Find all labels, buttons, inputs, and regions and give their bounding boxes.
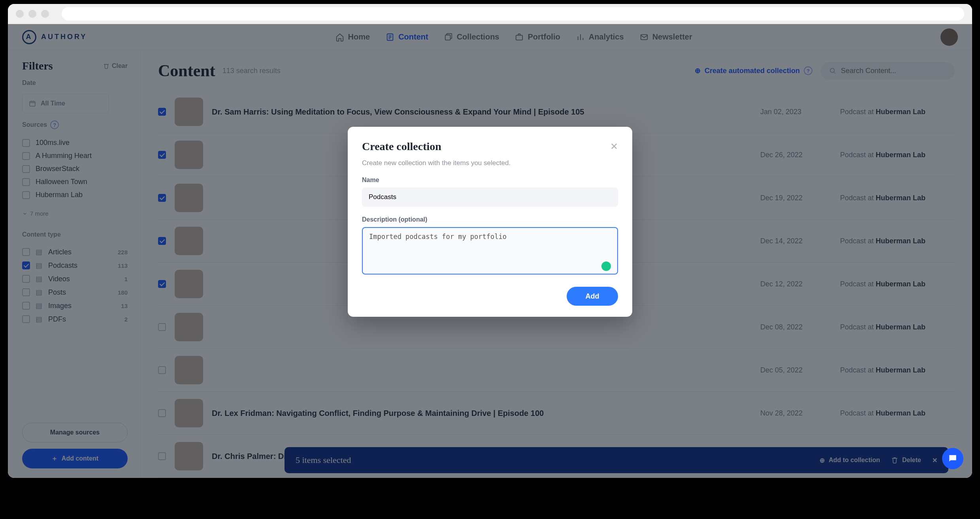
- modal-title: Create collection: [362, 140, 441, 153]
- modal-backdrop[interactable]: Create collection ✕ Create new collectio…: [8, 24, 972, 478]
- create-collection-modal: Create collection ✕ Create new collectio…: [348, 127, 632, 317]
- chat-fab[interactable]: [942, 448, 963, 469]
- modal-close-button[interactable]: ✕: [610, 141, 618, 152]
- chat-icon: [948, 453, 958, 464]
- traffic-light-min[interactable]: [28, 10, 36, 18]
- close-icon: ✕: [610, 141, 618, 152]
- modal-submit-button[interactable]: Add: [567, 287, 618, 306]
- modal-subtitle: Create new collection with the items you…: [362, 159, 618, 167]
- app-shell: A AUTHORY Home Content Collections: [8, 24, 972, 478]
- desc-field-label: Description (optional): [362, 216, 618, 223]
- collection-name-input[interactable]: [362, 188, 618, 207]
- name-field-label: Name: [362, 177, 618, 184]
- traffic-light-close[interactable]: [16, 10, 24, 18]
- grammarly-icon[interactable]: [601, 261, 611, 271]
- browser-url-bar[interactable]: [62, 7, 964, 21]
- collection-desc-input[interactable]: [362, 227, 618, 275]
- traffic-light-max[interactable]: [41, 10, 49, 18]
- browser-window: A AUTHORY Home Content Collections: [8, 4, 972, 478]
- browser-topbar: [8, 4, 972, 24]
